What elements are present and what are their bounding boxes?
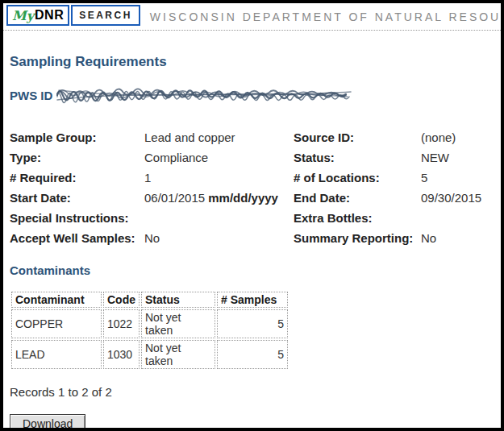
detail-label: Summary Reporting: xyxy=(294,228,421,248)
detail-value: 09/30/2015 xyxy=(421,188,494,208)
detail-label: # Required: xyxy=(10,168,144,188)
cell-code: 1030 xyxy=(103,340,140,369)
pws-id-row: PWS ID xyxy=(10,82,494,108)
detail-value xyxy=(421,208,494,228)
table-row: COPPER 1022 Not yet taken 5 xyxy=(11,309,288,338)
detail-value xyxy=(144,208,294,228)
cell-contaminant: LEAD xyxy=(11,340,102,369)
table-header-samples: # Samples xyxy=(217,292,288,308)
table-row: LEAD 1030 Not yet taken 5 xyxy=(11,340,288,369)
detail-value: 1 xyxy=(144,168,294,188)
cell-samples: 5 xyxy=(217,309,288,338)
detail-label: Sample Group: xyxy=(10,127,144,147)
header: MyDNR SEARCH WISCONSIN DEPARTMENT OF NAT… xyxy=(3,3,501,31)
mydnr-my-text: My xyxy=(12,8,34,23)
cell-contaminant: COPPER xyxy=(11,309,102,338)
pws-id-label: PWS ID xyxy=(10,89,52,102)
detail-value: (none) xyxy=(421,127,494,147)
main-content: Sampling Requirements PWS ID Sample Grou… xyxy=(3,54,501,431)
detail-label: Source ID: xyxy=(294,127,421,147)
page-title: Sampling Requirements xyxy=(10,54,494,70)
detail-label: Status: xyxy=(294,147,421,168)
table-header-code: Code xyxy=(103,292,140,308)
cell-status: Not yet taken xyxy=(141,309,215,338)
detail-value: No xyxy=(144,228,294,248)
detail-value: Compliance xyxy=(144,147,294,168)
records-count: Records 1 to 2 of 2 xyxy=(10,385,494,399)
detail-value: 06/01/2015 mm/dd/yyyy xyxy=(144,188,294,208)
agency-title: WISCONSIN DEPARTMENT OF NATURAL RESOURCE… xyxy=(150,5,504,23)
contaminants-table: Contaminant Code Status # Samples COPPER… xyxy=(10,290,289,371)
contaminants-title: Contaminants xyxy=(10,263,494,277)
detail-label: Special Instructions: xyxy=(10,208,144,228)
detail-value: 5 xyxy=(421,168,494,188)
detail-label: # of Locations: xyxy=(294,168,421,188)
page: MyDNR SEARCH WISCONSIN DEPARTMENT OF NAT… xyxy=(0,0,504,431)
date-format-hint: mm/dd/yyyy xyxy=(208,191,278,205)
detail-label: Extra Bottles: xyxy=(294,208,421,228)
detail-value: No xyxy=(421,228,494,248)
detail-label: Type: xyxy=(10,147,144,168)
mydnr-dnr-text: DNR xyxy=(35,8,64,23)
detail-label: End Date: xyxy=(294,188,421,208)
table-header-status: Status xyxy=(141,292,215,308)
cell-samples: 5 xyxy=(217,340,288,369)
detail-value: Lead and copper xyxy=(144,127,294,147)
cell-status: Not yet taken xyxy=(141,340,215,369)
cell-code: 1022 xyxy=(103,309,140,338)
pws-id-redaction-scribble xyxy=(56,82,356,108)
table-header-contaminant: Contaminant xyxy=(11,292,102,308)
detail-value: NEW xyxy=(421,147,494,168)
detail-label: Start Date: xyxy=(10,188,144,208)
details-grid: Sample Group: Lead and copper Source ID:… xyxy=(10,127,494,248)
table-header-row: Contaminant Code Status # Samples xyxy=(11,292,288,308)
search-button[interactable]: SEARCH xyxy=(71,5,140,26)
mydnr-logo[interactable]: MyDNR xyxy=(6,5,69,26)
download-button[interactable]: Download xyxy=(10,414,85,431)
detail-label: Accept Well Samples: xyxy=(10,228,144,248)
